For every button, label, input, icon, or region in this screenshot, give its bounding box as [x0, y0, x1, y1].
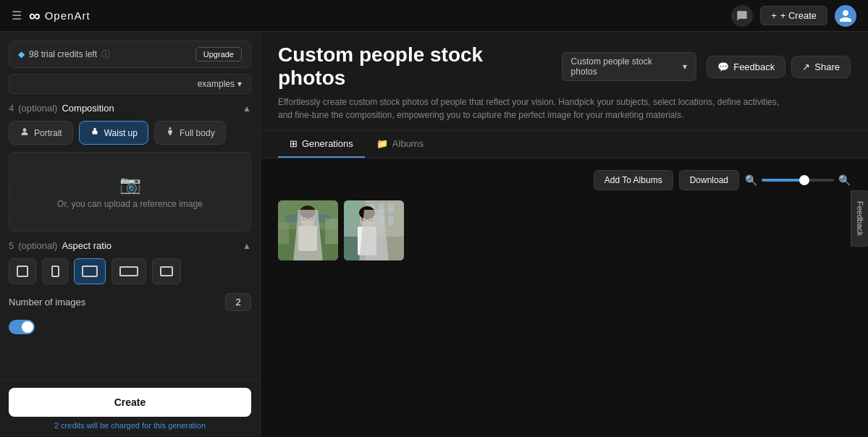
svg-point-11	[300, 205, 316, 218]
share-icon: ↗	[802, 61, 810, 72]
examples-bar[interactable]: examples ▾	[9, 74, 251, 94]
stock-photo-1-svg	[278, 200, 338, 260]
section-4-num: 4	[9, 103, 14, 114]
svg-rect-20	[369, 216, 375, 225]
sidebar-inner: ◆ 98 trial credits left ⓘ Upgrade exampl…	[0, 32, 260, 380]
generations-icon: ⊞	[290, 138, 298, 149]
feedback-side-label: Feedback	[856, 201, 864, 236]
content-tabs: ⊞ Generations 📁 Albums	[261, 131, 868, 158]
image-item-1[interactable]	[278, 200, 338, 260]
aspect-landscape-wide-button[interactable]	[74, 258, 106, 284]
image-item-2[interactable]	[344, 200, 404, 260]
chat-icon-button[interactable]	[731, 5, 753, 27]
landscape-xl-icon	[119, 266, 138, 276]
aspect-ratio-options	[9, 258, 251, 284]
content-title-row: Custom people stock photos Custom people…	[278, 43, 851, 90]
credits-bar: ◆ 98 trial credits left ⓘ Upgrade	[9, 41, 251, 68]
composition-title: 4 (optional) Composition	[9, 103, 114, 114]
plus-icon: +	[771, 10, 777, 21]
full-body-icon	[165, 127, 175, 139]
credits-info: ◆ 98 trial credits left ⓘ	[18, 48, 110, 61]
credits-notice-text: will be charged for this generation	[87, 421, 206, 430]
dropdown-chevron-icon: ▾	[683, 61, 687, 72]
chat-icon	[736, 10, 748, 22]
landscape-sm-icon	[160, 266, 173, 276]
aspect-ratio-title: 5 (optional) Aspect ratio	[9, 240, 111, 251]
camera-icon: 📷	[24, 174, 236, 195]
full-body-label: Full body	[180, 128, 215, 138]
svg-point-28	[359, 206, 375, 219]
num-images-row: Number of images 2	[9, 293, 251, 311]
svg-rect-12	[278, 222, 289, 244]
create-main-button[interactable]: Create	[9, 388, 251, 417]
credits-text: 98 trial credits left	[29, 49, 97, 59]
header-actions: 💬 Feedback ↗ Share	[707, 56, 851, 78]
page-title: Custom people stock photos	[278, 43, 552, 90]
content-header: Custom people stock photos Custom people…	[261, 32, 868, 131]
sidebar: ◆ 98 trial credits left ⓘ Upgrade exampl…	[0, 32, 261, 437]
feedback-icon: 💬	[717, 61, 729, 72]
aspect-square-button[interactable]	[9, 258, 36, 284]
aspect-ratio-section-header[interactable]: 5 (optional) Aspect ratio ▲	[9, 240, 251, 251]
svg-rect-7	[298, 226, 317, 251]
composition-chevron-icon: ▲	[243, 103, 251, 114]
create-label: + Create	[780, 10, 817, 21]
toggle-switch[interactable]	[9, 320, 35, 334]
feedback-button[interactable]: 💬 Feedback	[707, 56, 785, 78]
feedback-side-tab[interactable]: Feedback	[851, 190, 868, 247]
svg-rect-18	[379, 204, 384, 213]
add-to-albums-button[interactable]: Add To Albums	[594, 170, 673, 190]
tab-generations[interactable]: ⊞ Generations	[278, 131, 365, 158]
zoom-slider[interactable]	[762, 179, 834, 182]
section-5-name: Aspect ratio	[62, 240, 111, 251]
hamburger-icon[interactable]: ☰	[12, 9, 22, 22]
aspect-landscape-xl-button[interactable]	[111, 258, 146, 284]
download-button[interactable]: Download	[679, 170, 739, 190]
aspect-portrait-button[interactable]	[42, 258, 68, 284]
aspect-landscape-sm-button[interactable]	[152, 258, 181, 284]
waist-up-button[interactable]: Waist up	[79, 121, 148, 145]
svg-rect-24	[358, 226, 376, 255]
section-5-optional: (optional)	[18, 240, 57, 251]
waist-up-icon	[90, 127, 100, 139]
credits-notice: 2 credits will be charged for this gener…	[9, 421, 251, 430]
tab-albums[interactable]: 📁 Albums	[365, 131, 435, 158]
content-description: Effortlessly create custom stock photos …	[278, 96, 785, 122]
full-body-button[interactable]: Full body	[154, 121, 226, 145]
template-dropdown[interactable]: Custom people stock photos ▾	[562, 52, 697, 81]
composition-section-header[interactable]: 4 (optional) Composition ▲	[9, 103, 251, 114]
upload-text: Or, you can upload a reference image	[57, 199, 203, 209]
logo[interactable]: ∞ OpenArt	[29, 7, 90, 25]
image-preview-2	[344, 200, 404, 260]
portrait-ratio-icon	[51, 266, 59, 277]
avatar[interactable]	[835, 5, 856, 27]
upgrade-button[interactable]: Upgrade	[195, 47, 242, 61]
num-images-value[interactable]: 2	[225, 293, 251, 311]
create-button[interactable]: + + Create	[760, 6, 827, 25]
zoom-out-icon[interactable]: 🔍	[745, 174, 757, 186]
section-5-num: 5	[9, 240, 14, 251]
info-icon: ⓘ	[101, 48, 110, 61]
composition-options: Portrait Waist up Full body	[9, 121, 251, 145]
sidebar-footer: Create 2 credits will be charged for thi…	[0, 380, 260, 437]
svg-point-6	[300, 210, 315, 227]
upload-zone[interactable]: 📷 Or, you can upload a reference image	[9, 152, 251, 232]
share-button[interactable]: ↗ Share	[791, 56, 851, 78]
svg-rect-21	[379, 216, 384, 225]
chevron-down-icon: ▾	[237, 79, 242, 89]
avatar-icon	[838, 9, 853, 23]
stock-photo-2-svg	[344, 200, 404, 260]
generations-label: Generations	[302, 138, 353, 149]
albums-icon: 📁	[376, 138, 388, 149]
svg-rect-19	[388, 204, 394, 213]
portrait-label: Portrait	[34, 128, 62, 138]
nav-left: ☰ ∞ OpenArt	[12, 7, 731, 25]
section-4-name: Composition	[62, 103, 114, 114]
credits-notice-amount: 2 credits	[54, 421, 85, 430]
portrait-button[interactable]: Portrait	[9, 121, 73, 145]
svg-rect-22	[388, 216, 394, 225]
zoom-in-icon[interactable]: 🔍	[838, 174, 851, 186]
toolbar-row: Add To Albums Download 🔍 🔍	[278, 170, 851, 190]
zoom-control: 🔍 🔍	[745, 174, 851, 186]
landscape-wide-icon	[82, 266, 98, 277]
